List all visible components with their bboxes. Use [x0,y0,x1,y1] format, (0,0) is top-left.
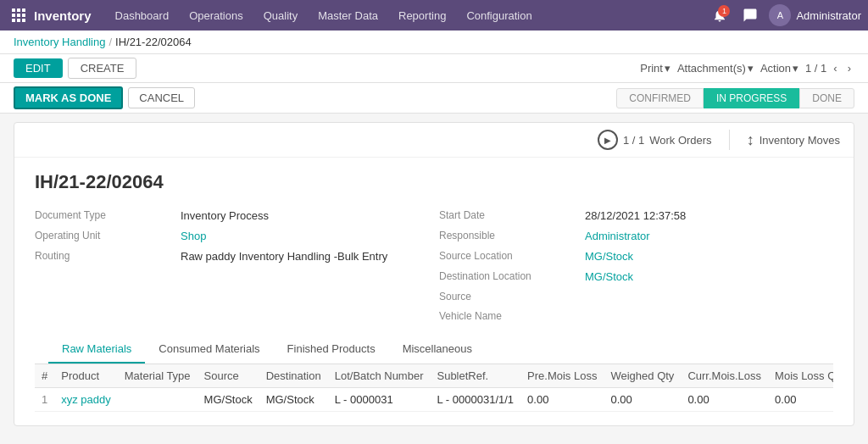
value-source [585,288,833,302]
label-responsible: Responsible [439,227,575,242]
page-info: 1 / 1 [805,62,826,75]
work-orders-icon: ▶ [598,130,618,150]
col-lot-batch[interactable]: Lot/Batch Number [328,364,431,388]
status-bar: MARK AS DONE CANCEL CONFIRMED IN PROGRES… [0,83,868,114]
label-destination-location: Destination Location [439,268,575,283]
svg-rect-6 [12,19,15,22]
label-routing: Routing [35,247,170,263]
tab-finished-products[interactable]: Finished Products [274,336,389,364]
chat-icon[interactable] [738,3,762,27]
inventory-moves-label: Inventory Moves [760,134,840,147]
cell-destination: MG/Stock [259,388,328,412]
cell-sublet-ref: L - 0000031/1/1 [430,388,520,412]
form-section: IH/21-22/02064 Document Type Inventory P… [14,158,854,425]
nav-item-dashboard[interactable]: Dashboard [105,0,180,31]
nav-menu: Dashboard Operations Quality Master Data… [105,0,542,31]
svg-rect-3 [12,14,15,17]
value-document-type: Inventory Process [181,207,429,222]
cancel-button[interactable]: CANCEL [128,87,195,108]
col-pre-mois-loss[interactable]: Pre.Mois Loss [520,364,604,388]
svg-rect-5 [22,14,25,17]
breadcrumb-bar: Inventory Handling / IH/21-22/02064 [0,31,868,54]
prev-page-button[interactable]: ‹ [830,60,840,76]
value-responsible[interactable]: Administrator [585,227,833,242]
work-orders-label: Work Orders [649,134,711,147]
wi-bar: ▶ 1 / 1 Work Orders ↕ Inventory Moves [14,123,854,158]
value-source-location[interactable]: MG/Stock [585,247,833,263]
action-right: Print ▾ Attachment(s) ▾ Action ▾ 1 / 1 ‹… [640,60,854,76]
value-vehicle-name [585,308,833,322]
cell-lot-batch: L - 0000031 [328,388,431,412]
status-in-progress[interactable]: IN PROGRESS [704,88,799,108]
raw-materials-table: # Product Material Type Source Destinati… [35,364,833,412]
cell-curr-mois-loss: 0.00 [681,388,768,412]
notifications-icon[interactable]: 1 [708,3,732,27]
status-buttons: CONFIRMED IN PROGRESS DONE [616,88,854,108]
print-button[interactable]: Print ▾ [640,62,670,75]
print-dropdown-icon: ▾ [665,62,670,75]
content-card: ▶ 1 / 1 Work Orders ↕ Inventory Moves IH… [14,122,854,426]
work-orders-item[interactable]: ▶ 1 / 1 Work Orders [598,130,712,150]
wi-separator [729,130,730,150]
svg-rect-1 [17,8,20,12]
col-curr-mois-loss[interactable]: Curr.Mois.Loss [681,364,768,388]
notification-badge: 1 [718,5,730,17]
label-source: Source [439,288,575,302]
nav-item-operations[interactable]: Operations [179,0,253,31]
action-dropdown-icon: ▾ [793,62,798,75]
inventory-moves-item[interactable]: ↕ Inventory Moves [747,131,840,149]
value-operating-unit[interactable]: Shop [181,227,429,242]
tab-miscellaneous[interactable]: Miscellaneous [389,336,486,364]
nav-item-master-data[interactable]: Master Data [308,0,388,31]
col-source[interactable]: Source [198,364,259,388]
status-done[interactable]: DONE [799,88,854,108]
cell-mois-loss-qty: 0.00 [768,388,833,412]
nav-item-quality[interactable]: Quality [253,0,308,31]
label-source-location: Source Location [439,247,575,263]
table-row: 1 xyz paddy MG/Stock MG/Stock L - 000003… [35,388,833,412]
tab-consumed-materials[interactable]: Consumed Materials [145,336,273,364]
col-destination[interactable]: Destination [259,364,328,388]
col-material-type[interactable]: Material Type [118,364,198,388]
col-num: # [35,364,54,388]
edit-button[interactable]: EDIT [14,58,63,78]
nav-item-configuration[interactable]: Configuration [456,0,542,31]
user-menu[interactable]: A Administrator [769,4,861,26]
status-confirmed[interactable]: CONFIRMED [616,88,704,108]
value-routing: Raw paddy Inventory Handling -Bulk Entry [181,247,429,263]
breadcrumb-parent[interactable]: Inventory Handling [14,36,105,48]
work-orders-count: 1 / 1 [623,134,644,147]
avatar: A [769,4,791,26]
cell-product[interactable]: xyz paddy [54,388,118,412]
breadcrumb: Inventory Handling / IH/21-22/02064 [14,36,192,48]
action-button[interactable]: Action ▾ [760,62,798,75]
label-vehicle-name: Vehicle Name [439,308,575,322]
value-destination-location[interactable]: MG/Stock [585,268,833,283]
main-content: ▶ 1 / 1 Work Orders ↕ Inventory Moves IH… [0,114,868,443]
mark-as-done-button[interactable]: MARK AS DONE [14,86,123,109]
next-page-button[interactable]: › [844,60,854,76]
label-start-date: Start Date [439,207,575,222]
cell-pre-mois-loss: 0.00 [520,388,604,412]
col-sublet-ref[interactable]: SubletRef. [430,364,520,388]
col-weighed-qty[interactable]: Weighed Qty [604,364,681,388]
breadcrumb-separator: / [108,36,112,48]
apps-grid-icon[interactable] [7,3,31,27]
svg-rect-7 [17,19,20,22]
nav-right: 1 A Administrator [708,3,861,27]
tab-raw-materials[interactable]: Raw Materials [48,336,145,364]
create-button[interactable]: CREATE [68,58,137,79]
breadcrumb-current: IH/21-22/02064 [115,36,192,48]
cell-source: MG/Stock [198,388,259,412]
col-product[interactable]: Product [54,364,118,388]
svg-rect-2 [22,8,25,12]
label-operating-unit: Operating Unit [35,227,170,242]
attachments-button[interactable]: Attachment(s) ▾ [677,62,754,75]
page-navigation: 1 / 1 ‹ › [805,60,854,76]
nav-item-reporting[interactable]: Reporting [388,0,456,31]
svg-rect-4 [17,14,20,17]
col-mois-loss-qty[interactable]: Mois Loss Qty [768,364,833,388]
form-grid: Document Type Inventory Process Start Da… [35,207,833,322]
value-start-date: 28/12/2021 12:37:58 [585,207,833,222]
app-brand: Inventory [34,8,92,23]
